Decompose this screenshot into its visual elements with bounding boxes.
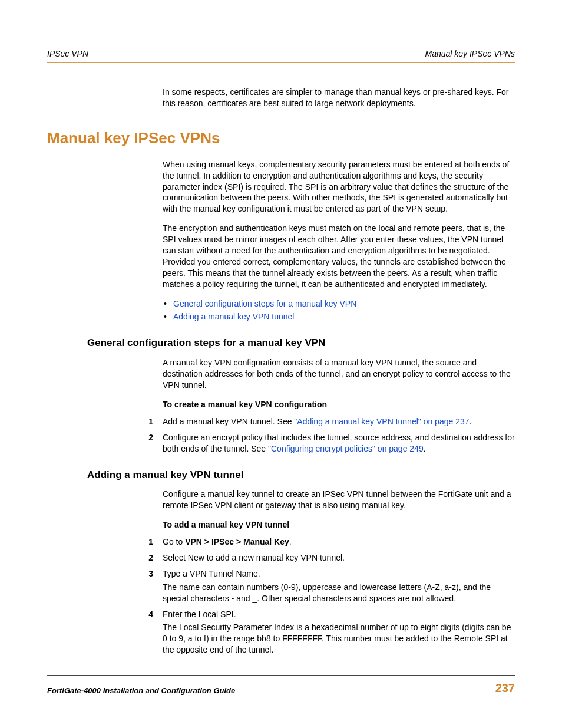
procedure-title: To create a manual key VPN configuration [163, 399, 515, 410]
xref-adding-tunnel[interactable]: Adding a manual key VPN tunnel [173, 312, 294, 321]
h2-general-config-steps: General configuration steps for a manual… [87, 337, 515, 350]
step-item: Enter the Local SPI. The Local Security … [134, 609, 515, 656]
step-text: Type a VPN Tunnel Name. [163, 569, 260, 578]
running-footer: FortiGate-4000 Installation and Configur… [47, 675, 515, 696]
running-header: IPSec VPN Manual key IPSec VPNs [47, 48, 515, 63]
steps-list: Go to VPN > IPSec > Manual Key. Select N… [163, 536, 515, 655]
header-left: IPSec VPN [47, 48, 88, 60]
procedure-title: To add a manual key VPN tunnel [163, 519, 515, 531]
xref-adding-tunnel-page[interactable]: "Adding a manual key VPN tunnel" on page… [294, 417, 469, 426]
steps-list: Add a manual key VPN tunnel. See "Adding… [163, 416, 515, 454]
link-list: General configuration steps for a manual… [163, 298, 515, 323]
paragraph: The encryption and authentication keys m… [163, 223, 515, 289]
step-item: Go to VPN > IPSec > Manual Key. [134, 536, 515, 548]
footer-title: FortiGate-4000 Installation and Configur… [47, 686, 235, 696]
intro-block: In some respects, certificates are simpl… [163, 87, 515, 109]
page: IPSec VPN Manual key IPSec VPNs In some … [0, 0, 562, 728]
step-text: . [470, 417, 472, 426]
step-note: The Local Security Parameter Index is a … [163, 622, 515, 655]
h1-manual-key-ipsec-vpns: Manual key IPSec VPNs [47, 128, 515, 149]
paragraph: A manual key VPN configuration consists … [163, 357, 515, 391]
step-text: Add a manual key VPN tunnel. See [163, 417, 294, 426]
intro-paragraph: In some respects, certificates are simpl… [163, 87, 515, 109]
paragraph: Configure a manual key tunnel to create … [163, 489, 515, 511]
step-item: Configure an encrypt policy that include… [134, 432, 515, 454]
step-text: . [289, 537, 292, 546]
h2-adding-manual-key-tunnel: Adding a manual key VPN tunnel [87, 469, 515, 482]
xref-general-steps[interactable]: General configuration steps for a manual… [173, 299, 356, 308]
step-item: Type a VPN Tunnel Name. The name can con… [134, 568, 515, 604]
list-item: General configuration steps for a manual… [163, 298, 515, 309]
xref-encrypt-policies-page[interactable]: "Configuring encrypt policies" on page 2… [268, 444, 424, 453]
step-note: The name can contain numbers (0-9), uppe… [163, 582, 515, 604]
list-item: Adding a manual key VPN tunnel [163, 311, 515, 322]
step-item: Add a manual key VPN tunnel. See "Adding… [134, 416, 515, 427]
step-text: . [424, 444, 426, 453]
section-body: When using manual keys, complementary se… [163, 159, 515, 323]
section2-body: Configure a manual key tunnel to create … [163, 489, 515, 655]
section1-body: A manual key VPN configuration consists … [163, 357, 515, 454]
nav-path: VPN > IPSec > Manual Key [185, 537, 289, 546]
paragraph: When using manual keys, complementary se… [163, 159, 515, 215]
step-text: Enter the Local SPI. [163, 610, 236, 619]
page-number: 237 [495, 680, 515, 696]
step-item: Select New to add a new manual key VPN t… [134, 552, 515, 564]
step-text: Select New to add a new manual key VPN t… [163, 553, 345, 562]
step-text: Go to [163, 537, 185, 546]
header-right: Manual key IPSec VPNs [425, 48, 515, 60]
